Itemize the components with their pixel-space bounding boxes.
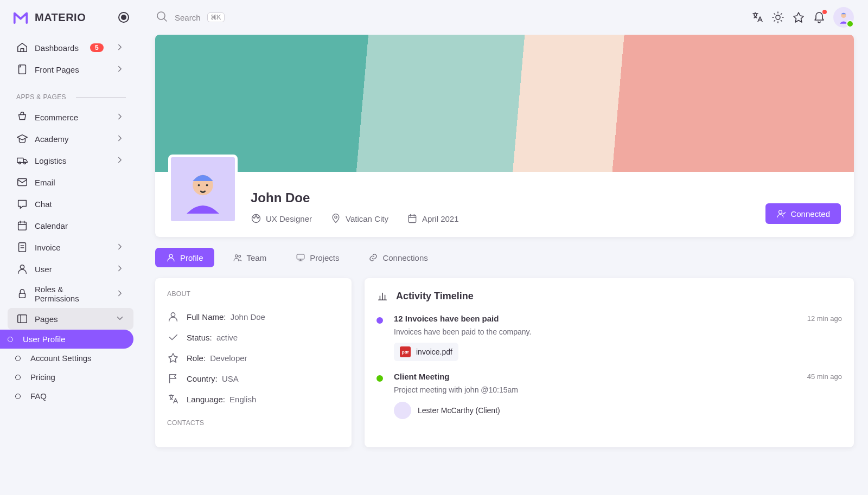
- svg-point-27: [171, 313, 175, 317]
- theme-toggle-icon[interactable]: [771, 11, 784, 24]
- timeline-title: 12 Invoices have been paid: [394, 314, 499, 323]
- home-icon: [16, 42, 28, 54]
- svg-point-15: [206, 184, 208, 187]
- timeline-item: Client Meeting 45 min ago Project meetin…: [376, 372, 842, 430]
- sidebar-item-label: Pages: [35, 314, 58, 324]
- invoice-icon: [16, 241, 28, 253]
- calendar-icon: [16, 220, 28, 232]
- connected-button[interactable]: Connected: [765, 203, 841, 224]
- timeline-desc: Project meeting with john @10:15am: [394, 385, 842, 394]
- svg-point-17: [253, 217, 255, 218]
- sidebar-toggle-icon[interactable]: [118, 12, 129, 23]
- sidebar-sub-pricing[interactable]: Pricing: [0, 368, 133, 387]
- sub-dot-icon: [4, 337, 16, 342]
- about-role: Role: Developer: [167, 348, 340, 368]
- avatar-face-icon: [178, 165, 227, 214]
- svg-point-3: [24, 162, 26, 164]
- calendar-icon: [407, 213, 418, 224]
- academy-icon: [16, 133, 28, 145]
- svg-rect-5: [18, 222, 27, 230]
- layout-icon: [16, 313, 28, 325]
- svg-point-19: [257, 217, 259, 218]
- activity-timeline-card: Activity Timeline 12 Invoices have been …: [365, 278, 854, 447]
- about-status: Status: active: [167, 327, 340, 348]
- timeline-time: 12 min ago: [807, 314, 842, 323]
- svg-point-7: [20, 265, 24, 269]
- svg-point-23: [169, 254, 173, 258]
- sidebar-item-label: Chat: [35, 200, 52, 209]
- sidebar-item-label: Academy: [35, 134, 69, 144]
- sidebar-item-label: Pricing: [30, 372, 55, 382]
- sidebar-item-calendar[interactable]: Calendar: [8, 215, 133, 236]
- chevron-right-icon: [115, 64, 125, 75]
- svg-rect-4: [18, 179, 27, 186]
- svg-rect-26: [297, 254, 304, 259]
- chevron-down-icon: [115, 313, 125, 325]
- section-header: APPS & PAGES: [0, 80, 141, 106]
- sidebar-item-user[interactable]: User: [8, 258, 133, 280]
- user-check-icon: [776, 209, 786, 218]
- sidebar-item-label: Dashboards: [35, 43, 79, 53]
- avatar-face-icon: [836, 10, 851, 25]
- sidebar-item-label: Ecommerce: [35, 113, 78, 122]
- sidebar-item-label: User: [35, 265, 52, 274]
- chevron-right-icon: [115, 288, 125, 300]
- sub-dot-icon: [12, 375, 24, 380]
- sidebar-sub-userprofile[interactable]: User Profile: [0, 330, 133, 349]
- svg-point-22: [779, 210, 782, 214]
- timeline-attachment[interactable]: pdf invoice.pdf: [394, 343, 458, 361]
- sidebar-item-chat[interactable]: Chat: [8, 193, 133, 215]
- profile-name: John Doe: [251, 190, 765, 205]
- badge-count: 5: [90, 43, 104, 52]
- about-full-name: Full Name: John Doe: [167, 306, 340, 327]
- search-button[interactable]: Search ⌘K: [155, 10, 225, 25]
- brand[interactable]: MATERIO: [0, 9, 141, 37]
- language-icon: [167, 393, 179, 405]
- palette-icon: [251, 213, 261, 224]
- pdf-icon: pdf: [400, 346, 411, 357]
- profile-location: Vatican City: [330, 213, 388, 224]
- timeline-desc: Invoices have been paid to the company.: [394, 327, 842, 336]
- chevron-right-icon: [115, 42, 125, 54]
- sidebar-sub-accountsettings[interactable]: Account Settings: [0, 349, 133, 368]
- sidebar-item-label: User Profile: [23, 335, 65, 344]
- sidebar-item-roles[interactable]: Roles & Permissions: [8, 280, 133, 308]
- user-icon: [167, 311, 179, 323]
- chat-icon: [16, 198, 28, 210]
- brand-name: MATERIO: [35, 11, 86, 24]
- about-language: Language: English: [167, 389, 340, 409]
- user-avatar[interactable]: [833, 7, 854, 28]
- profile-header-card: John Doe UX Designer Vatican City April …: [155, 35, 854, 237]
- chevron-right-icon: [115, 155, 125, 166]
- sidebar-item-ecommerce[interactable]: Ecommerce: [8, 106, 133, 128]
- sidebar-item-logistics[interactable]: Logistics: [8, 150, 133, 171]
- search-placeholder: Search: [175, 13, 201, 22]
- tab-connections[interactable]: Connections: [358, 248, 438, 267]
- timeline-heading: Activity Timeline: [376, 290, 842, 302]
- tab-projects[interactable]: Projects: [285, 248, 350, 267]
- brand-logo-icon: [12, 9, 29, 26]
- tab-profile[interactable]: Profile: [155, 248, 214, 267]
- sidebar-item-pages[interactable]: Pages: [8, 308, 133, 330]
- svg-point-14: [198, 184, 200, 187]
- chevron-right-icon: [115, 133, 125, 145]
- tab-team[interactable]: Team: [222, 248, 278, 267]
- truck-icon: [16, 155, 28, 166]
- svg-rect-9: [18, 315, 27, 323]
- profile-avatar: [168, 155, 238, 224]
- sidebar-item-frontpages[interactable]: Front Pages: [8, 59, 133, 80]
- svg-rect-21: [409, 215, 416, 222]
- language-icon[interactable]: [751, 11, 764, 24]
- about-card: ABOUT Full Name: John Doe Status: active…: [155, 278, 352, 447]
- sidebar-item-invoice[interactable]: Invoice: [8, 236, 133, 258]
- bell-icon[interactable]: [813, 11, 826, 24]
- star-icon[interactable]: [792, 11, 805, 24]
- sidebar-sub-faq[interactable]: FAQ: [0, 387, 133, 406]
- sidebar-item-email[interactable]: Email: [8, 171, 133, 193]
- svg-point-25: [238, 255, 240, 258]
- sidebar-item-academy[interactable]: Academy: [8, 128, 133, 150]
- svg-point-20: [335, 216, 337, 218]
- sidebar-item-dashboards[interactable]: Dashboards 5: [8, 37, 133, 59]
- search-icon: [155, 10, 168, 25]
- sidebar-item-label: Email: [35, 178, 55, 187]
